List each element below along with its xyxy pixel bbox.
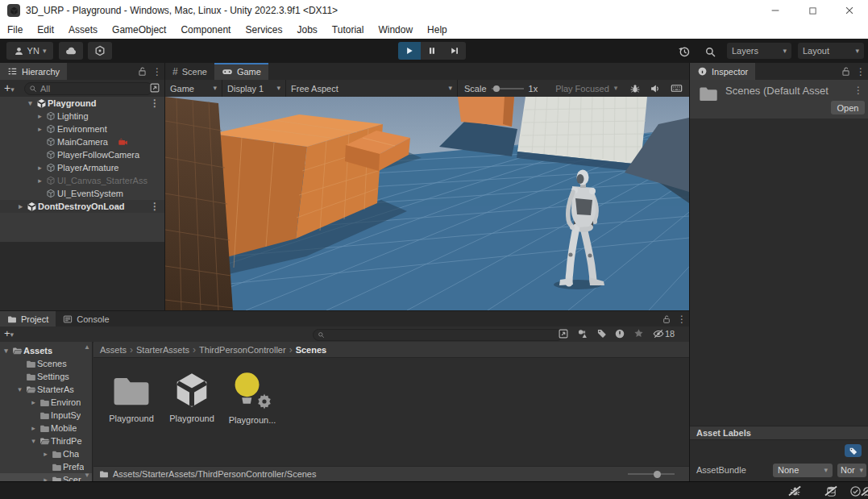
expander-icon[interactable]: ▸ <box>29 424 38 432</box>
game-mode-dropdown[interactable]: Game▾ <box>165 80 222 97</box>
favorites-icon[interactable] <box>633 328 644 339</box>
tab-game[interactable]: Game <box>214 63 268 80</box>
assetbundle-variant-dropdown[interactable]: Nor ▾ <box>837 464 866 477</box>
lock-icon[interactable] <box>837 63 853 80</box>
hierarchy-item-environment[interactable]: ▸ Environment <box>0 123 164 135</box>
tree-item-thirdperson[interactable]: ▾ ThirdPe <box>0 435 92 447</box>
layout-dropdown[interactable]: Layout ▾ <box>798 43 864 59</box>
expander-icon[interactable]: ▸ <box>16 202 25 210</box>
menu-help[interactable]: Help <box>420 24 455 35</box>
keyboard-icon[interactable] <box>666 82 687 94</box>
inspector-menu-button[interactable]: ⋮ <box>853 63 868 80</box>
expander-icon[interactable]: ▸ <box>35 164 44 172</box>
progress-ok-icon[interactable] <box>849 484 862 498</box>
hidden-packages-toggle[interactable]: 18 <box>653 328 675 339</box>
breadcrumb-starterassets[interactable]: StarterAssets <box>136 345 189 355</box>
aspect-dropdown[interactable]: Free Aspect▾ <box>286 80 457 97</box>
cloud-button[interactable] <box>59 42 83 60</box>
hierarchy-item-playerfollowcamera[interactable]: PlayerFollowCamera <box>0 148 164 161</box>
layers-dropdown[interactable]: Layers ▾ <box>727 43 791 59</box>
asset-menu-button[interactable]: ⋮ <box>853 85 863 95</box>
menu-jobs[interactable]: Jobs <box>289 24 324 35</box>
play-focused-dropdown[interactable]: Play Focused ▾ <box>549 80 624 97</box>
play-button[interactable] <box>398 42 421 60</box>
thumbnail-size-slider[interactable] <box>628 473 675 475</box>
undo-history-button[interactable] <box>677 44 691 59</box>
tab-scene[interactable]: # Scene <box>165 63 214 80</box>
open-search-window-icon[interactable] <box>149 82 160 94</box>
search-by-type-icon[interactable] <box>577 328 588 339</box>
tab-inspector[interactable]: Inspector <box>690 63 755 80</box>
step-button[interactable] <box>443 42 466 60</box>
tree-item-scenes[interactable]: Scenes <box>0 357 92 370</box>
lock-icon[interactable] <box>658 311 675 326</box>
expander-icon[interactable]: ▸ <box>35 177 44 185</box>
open-button[interactable]: Open <box>831 101 865 114</box>
tree-item-assets[interactable]: ▾ Assets <box>0 344 92 357</box>
hierarchy-item-dontdestroyonload[interactable]: ▸ DontDestroyOnLoad ⋮ <box>0 200 164 213</box>
display-dropdown[interactable]: Display 1▾ <box>222 80 285 97</box>
debugger-detached-icon[interactable] <box>788 484 802 498</box>
pause-button[interactable] <box>421 42 443 60</box>
menu-edit[interactable]: Edit <box>30 24 61 35</box>
hierarchy-item-lighting[interactable]: ▸ Lighting <box>0 110 164 123</box>
expander-icon[interactable]: ▸ <box>35 112 44 120</box>
create-asset-button[interactable]: +▾ <box>4 327 14 339</box>
frame-debugger-icon[interactable] <box>625 83 645 94</box>
account-button[interactable]: YN ▾ <box>6 42 53 60</box>
menu-file[interactable]: File <box>0 24 30 35</box>
breadcrumb-scenes[interactable]: Scenes <box>296 345 327 355</box>
expander-icon[interactable]: ▸ <box>29 398 38 406</box>
hub-button[interactable] <box>88 42 112 60</box>
tree-item-prefabs[interactable]: Prefa <box>0 460 92 473</box>
close-button[interactable] <box>831 0 868 21</box>
menu-gameobject[interactable]: GameObject <box>105 24 173 35</box>
menu-tutorial[interactable]: Tutorial <box>325 24 372 35</box>
tree-item-environment[interactable]: ▸ Environ <box>0 396 92 409</box>
open-search-window-icon[interactable] <box>558 328 569 339</box>
expander-icon[interactable]: ▸ <box>41 450 50 458</box>
menu-component[interactable]: Component <box>173 24 238 35</box>
search-by-import-log-icon[interactable] <box>614 328 625 339</box>
tree-item-mobile[interactable]: ▸ Mobile <box>0 422 92 435</box>
expander-icon[interactable]: ▸ <box>35 125 44 133</box>
breadcrumb-assets[interactable]: Assets <box>100 345 127 355</box>
scrollbar-up-icon[interactable]: ▲ <box>84 343 90 351</box>
minimize-button[interactable] <box>757 0 794 21</box>
menu-services[interactable]: Services <box>238 24 289 35</box>
project-menu-button[interactable]: ⋮ <box>675 311 689 326</box>
search-by-label-icon[interactable] <box>596 328 607 339</box>
breadcrumb-thirdpersoncontroller[interactable]: ThirdPersonController <box>199 345 286 355</box>
expander-icon[interactable]: ▾ <box>26 99 35 107</box>
hierarchy-item-playground[interactable]: ▾ Playground ⋮ <box>0 97 164 110</box>
create-object-button[interactable]: +▾ <box>4 81 15 94</box>
add-label-button[interactable] <box>845 444 862 457</box>
asset-labels-header[interactable]: Asset Labels <box>690 426 868 440</box>
game-viewport[interactable] <box>165 97 689 310</box>
scale-slider[interactable] <box>492 88 524 89</box>
menu-assets[interactable]: Assets <box>61 24 105 35</box>
maximize-button[interactable] <box>794 0 831 21</box>
tree-item-inputsystem[interactable]: InputSy <box>0 409 92 422</box>
asset-playground-scene[interactable]: Playground <box>165 369 218 423</box>
asset-playground-folder[interactable]: Playground <box>105 369 158 423</box>
scene-menu-button[interactable]: ⋮ <box>150 98 160 108</box>
tree-item-settings[interactable]: Settings <box>0 370 92 383</box>
hierarchy-item-uieventsystem[interactable]: UI_EventSystem <box>0 187 164 200</box>
scene-menu-button[interactable]: ⋮ <box>150 202 160 211</box>
asset-playground-lighting[interactable]: Playgroun... <box>226 369 279 425</box>
cache-server-disconnected-icon[interactable] <box>824 484 838 498</box>
tree-item-starterassets[interactable]: ▾ StarterAs <box>0 383 92 396</box>
scale-slider-knob[interactable] <box>493 85 500 92</box>
hierarchy-item-maincamera[interactable]: MainCamera <box>0 135 164 148</box>
project-search-input[interactable] <box>313 329 563 341</box>
lock-icon[interactable] <box>134 63 150 80</box>
hierarchy-menu-button[interactable]: ⋮ <box>150 63 164 80</box>
hierarchy-search-input[interactable]: All <box>24 82 153 95</box>
expander-icon[interactable]: ▾ <box>29 437 38 445</box>
assetbundle-dropdown[interactable]: None ▾ <box>773 464 833 477</box>
hierarchy-item-playerarmature[interactable]: ▸ PlayerArmature <box>0 161 164 174</box>
tab-console[interactable]: Console <box>56 311 116 326</box>
mute-audio-icon[interactable] <box>645 83 666 94</box>
hierarchy-item-uicanvas[interactable]: ▸ UI_Canvas_StarterAss <box>0 174 164 187</box>
